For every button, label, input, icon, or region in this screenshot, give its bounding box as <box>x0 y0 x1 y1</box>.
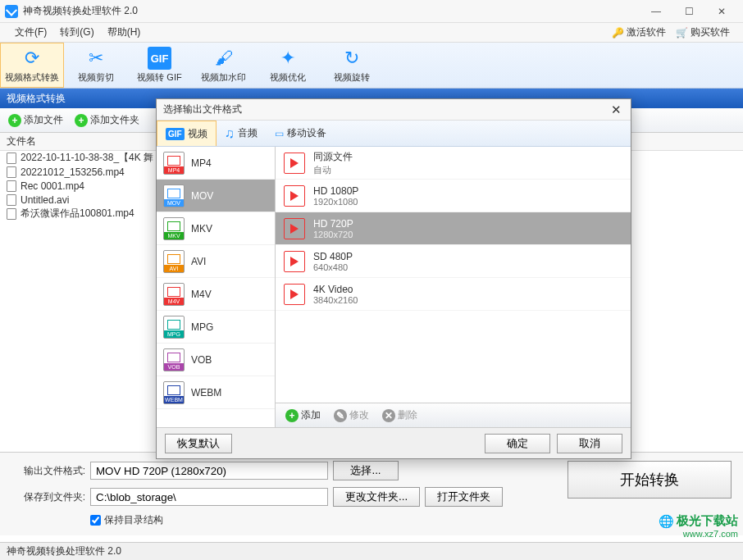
open-folder-button[interactable]: 打开文件夹 <box>425 487 503 507</box>
status-text: 神奇视频转换处理软件 2.0 <box>7 544 121 558</box>
avi-icon: AVI <box>163 250 185 273</box>
file-icon <box>7 166 16 178</box>
ok-button[interactable]: 确定 <box>485 434 550 453</box>
file-icon <box>7 194 16 206</box>
res-item-480p[interactable]: SD 480P640x480 <box>276 245 631 278</box>
edit-icon: ✎ <box>334 409 347 422</box>
dialog-tabs: GIF 视频 ♫ 音频 ▭ 移动设备 <box>157 121 631 147</box>
titlebar: 神奇视频转换处理软件 2.0 — ☐ ✕ <box>0 0 743 23</box>
cancel-button[interactable]: 取消 <box>557 434 622 453</box>
mov-icon: MOV <box>163 184 185 207</box>
fmt-item-mov[interactable]: MOVMOV <box>157 180 275 212</box>
mkv-icon: MKV <box>163 217 185 240</box>
fmt-item-mkv[interactable]: MKVMKV <box>157 212 275 245</box>
maximize-button[interactable]: ☐ <box>672 2 705 21</box>
plus-icon: + <box>8 114 21 127</box>
fmt-item-vob[interactable]: VOBVOB <box>157 344 275 376</box>
brush-icon: 🖌 <box>215 47 233 70</box>
add-file-button[interactable]: + 添加文件 <box>3 111 68 130</box>
change-folder-button[interactable]: 更改文件夹... <box>333 487 420 507</box>
menu-file[interactable]: 文件(F) <box>8 23 53 42</box>
res-item-4k[interactable]: 4K Video3840x2160 <box>276 278 631 311</box>
tab-video[interactable]: GIF 视频 <box>157 121 217 146</box>
file-icon <box>7 153 16 164</box>
close-button[interactable]: ✕ <box>705 2 738 21</box>
tool-gif[interactable]: GIF 视频转 GIF <box>128 43 192 88</box>
action-add[interactable]: +添加 <box>282 406 324 425</box>
res-item-1080p[interactable]: HD 1080P1920x1080 <box>276 180 631 212</box>
key-icon: 🔑 <box>612 27 624 39</box>
mp4-icon: MP4 <box>163 152 185 175</box>
minimize-button[interactable]: — <box>640 2 672 21</box>
save-to-field[interactable] <box>90 488 328 506</box>
file-icon <box>7 180 16 192</box>
output-format-label: 输出文件格式: <box>11 464 85 478</box>
play-icon <box>284 251 305 272</box>
mobile-icon: ▭ <box>275 128 284 139</box>
convert-icon: ⟳ <box>25 47 39 70</box>
tool-cut[interactable]: ✂ 视频剪切 <box>64 43 128 88</box>
delete-icon: ✕ <box>382 409 395 422</box>
file-icon <box>7 208 16 220</box>
menubar: 文件(F) 转到(G) 帮助(H) 🔑 激活软件 🛒 购买软件 <box>0 23 743 43</box>
add-icon: + <box>285 409 299 422</box>
buy-label: 购买软件 <box>691 25 730 39</box>
tool-watermark[interactable]: 🖌 视频加水印 <box>192 43 256 88</box>
keep-dir-checkbox[interactable] <box>90 515 101 526</box>
play-icon <box>284 185 305 207</box>
window-title: 神奇视频转换处理软件 2.0 <box>23 4 640 18</box>
plus-folder-icon: + <box>75 114 88 127</box>
action-edit[interactable]: ✎修改 <box>330 406 372 425</box>
tool-format-convert[interactable]: ⟳ 视频格式转换 <box>0 43 64 88</box>
dialog-actions: +添加 ✎修改 ✕删除 <box>276 403 631 427</box>
start-convert-button[interactable]: 开始转换 <box>568 461 732 499</box>
cut-icon: ✂ <box>89 47 103 70</box>
play-icon <box>284 284 305 305</box>
restore-default-button[interactable]: 恢复默认 <box>165 434 232 453</box>
add-folder-button[interactable]: + 添加文件夹 <box>70 111 144 130</box>
fmt-item-webm[interactable]: WEBMWEBM <box>157 376 275 409</box>
dialog-title: 选择输出文件格式 <box>163 102 608 116</box>
activate-label: 激活软件 <box>627 25 666 39</box>
vob-icon: VOB <box>163 348 185 371</box>
gif-icon: GIF <box>166 128 185 140</box>
m4v-icon: M4V <box>163 283 185 306</box>
dialog-footer: 恢复默认 确定 取消 <box>157 427 631 458</box>
section-title: 视频格式转换 <box>7 92 66 106</box>
mpg-icon: MPG <box>163 316 185 339</box>
app-icon <box>5 5 18 18</box>
output-format-field[interactable] <box>90 462 328 480</box>
dialog-close-button[interactable]: ✕ <box>608 102 624 118</box>
select-format-button[interactable]: 选择... <box>333 461 399 480</box>
res-item-720p[interactable]: HD 720P1280x720 <box>276 212 631 245</box>
fmt-item-mpg[interactable]: MPGMPG <box>157 311 275 344</box>
fmt-item-m4v[interactable]: M4VM4V <box>157 278 275 311</box>
fmt-item-avi[interactable]: AVIAVI <box>157 245 275 278</box>
tool-rotate[interactable]: ↻ 视频旋转 <box>320 43 384 88</box>
activate-link[interactable]: 🔑 激活软件 <box>607 23 671 42</box>
menu-help[interactable]: 帮助(H) <box>101 23 148 42</box>
keep-dir-label: 保持目录结构 <box>104 513 163 527</box>
buy-link[interactable]: 🛒 购买软件 <box>671 23 735 42</box>
music-icon: ♫ <box>225 126 235 141</box>
menu-goto[interactable]: 转到(G) <box>53 23 100 42</box>
statusbar: 神奇视频转换处理软件 2.0 <box>0 542 743 560</box>
res-item-source[interactable]: 同源文件自动 <box>276 147 631 180</box>
play-icon <box>284 218 305 239</box>
bottom-form: 输出文件格式: 选择... 保存到文件夹: 更改文件夹... 打开文件夹 保持目… <box>0 452 743 535</box>
format-select-dialog: 选择输出文件格式 ✕ GIF 视频 ♫ 音频 ▭ 移动设备 MP4MP4 MOV… <box>156 98 631 459</box>
format-list[interactable]: MP4MP4 MOVMOV MKVMKV AVIAVI M4VM4V MPGMP… <box>157 147 276 427</box>
save-to-label: 保存到文件夹: <box>11 490 85 504</box>
tab-mobile[interactable]: ▭ 移动设备 <box>267 121 335 146</box>
action-delete[interactable]: ✕删除 <box>379 406 421 425</box>
sparkle-icon: ✦ <box>280 47 295 70</box>
window-controls: — ☐ ✕ <box>640 2 738 21</box>
gif-icon: GIF <box>148 47 172 70</box>
toolbar: ⟳ 视频格式转换 ✂ 视频剪切 GIF 视频转 GIF 🖌 视频加水印 ✦ 视频… <box>0 43 743 89</box>
filename-col: 文件名 <box>7 134 36 148</box>
tab-audio[interactable]: ♫ 音频 <box>217 121 267 146</box>
dialog-titlebar: 选择输出文件格式 ✕ <box>157 99 631 121</box>
fmt-item-mp4[interactable]: MP4MP4 <box>157 147 275 180</box>
tool-optimize[interactable]: ✦ 视频优化 <box>256 43 320 88</box>
resolution-list[interactable]: 同源文件自动 HD 1080P1920x1080 HD 720P1280x720… <box>276 147 631 403</box>
